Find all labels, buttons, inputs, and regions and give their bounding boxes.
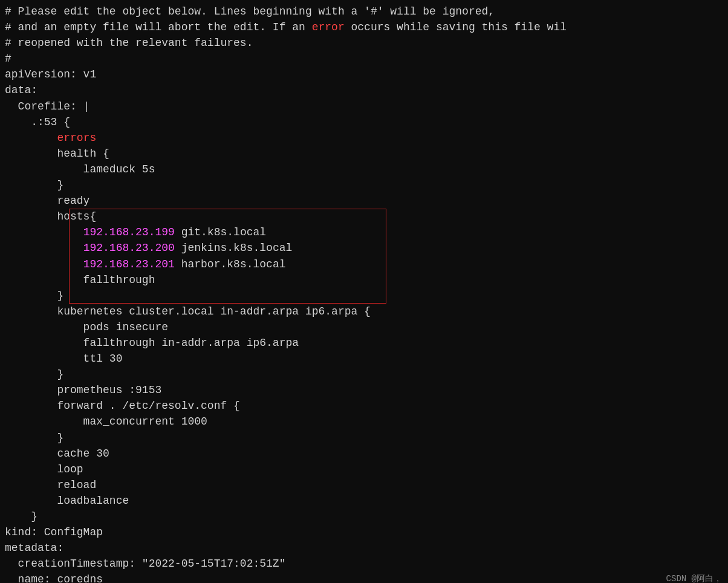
metadata-line: metadata:: [5, 542, 63, 554]
hosts-outer-block: hosts{ 192.168.23.199 git.k8s.local 192.…: [5, 209, 723, 304]
forward-close-line: }: [5, 432, 63, 444]
remaining-text: kubernetes cluster.local in-addr.arpa ip…: [5, 304, 723, 583]
reload-line: reload: [5, 479, 96, 491]
api-version-line: apiVersion: v1: [5, 68, 96, 80]
creation-timestamp-line: creationTimestamp: "2022-05-15T17:02:51Z…: [5, 558, 285, 570]
max-concurrent-line: max_concurrent 1000: [5, 415, 207, 428]
ip1: 192.168.23.199: [83, 226, 175, 238]
ready-line: ready: [5, 195, 89, 207]
fallthrough2-line: fallthrough in-addr.arpa ip6.arpa: [5, 337, 299, 349]
ttl-line: ttl 30: [5, 353, 122, 365]
editor-text: # Please edit the object below. Lines be…: [5, 4, 723, 209]
ip3: 192.168.23.201: [83, 258, 175, 270]
outer-close-line: }: [5, 510, 37, 523]
corefile-line: Corefile: |: [5, 100, 89, 112]
k8s-close-line: }: [5, 368, 63, 380]
data-line: data:: [5, 84, 37, 96]
loadbalance-line: loadbalance: [5, 495, 129, 507]
editor-area: # Please edit the object below. Lines be…: [0, 2, 728, 583]
name-line: name: coredns: [5, 573, 103, 583]
port53-line: .:53 {: [5, 116, 70, 128]
forward-line: forward . /etc/resolv.conf {: [5, 400, 240, 412]
comment-line-3: # reopened with the relevant failures.: [5, 37, 253, 49]
comment-line-1: # Please edit the object below. Lines be…: [5, 5, 495, 18]
comment-line-2: # and an empty file will abort the edit.…: [5, 21, 567, 33]
lameduck-line: lameduck 5s: [5, 163, 155, 175]
health-line: health {: [5, 148, 109, 160]
ip2: 192.168.23.200: [83, 242, 175, 254]
pods-line: pods insecure: [5, 321, 168, 333]
errors-line: errors: [5, 132, 96, 144]
watermark: CSDN @阿白，: [666, 573, 722, 583]
comment-line-4: #: [5, 53, 11, 65]
errors-keyword: errors: [57, 132, 96, 144]
kubernetes-line: kubernetes cluster.local in-addr.arpa ip…: [5, 305, 371, 318]
error-word: error: [312, 21, 345, 33]
health-close-line: }: [5, 179, 63, 191]
cache-line: cache 30: [5, 448, 109, 460]
prometheus-line: prometheus :9153: [5, 384, 161, 396]
hosts-block-text: hosts{ 192.168.23.199 git.k8s.local 192.…: [5, 209, 723, 304]
loop-line: loop: [5, 463, 83, 475]
kind-line: kind: ConfigMap: [5, 526, 103, 538]
